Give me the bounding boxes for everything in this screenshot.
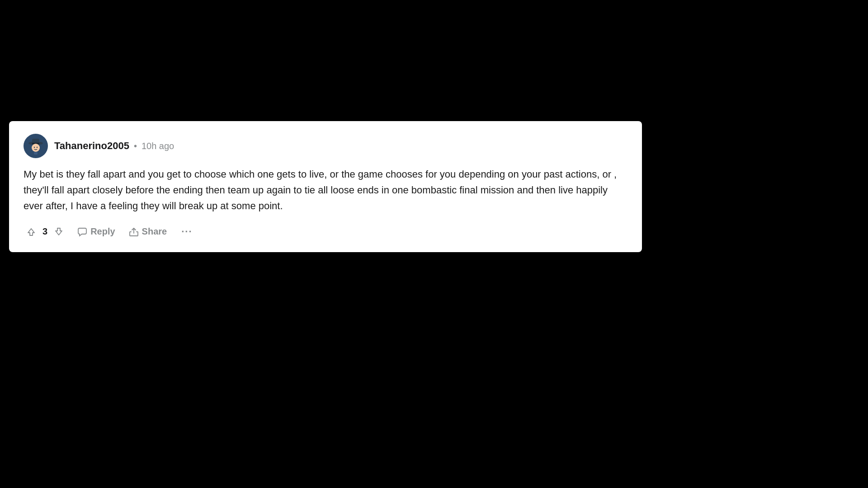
username: Tahanerino2005: [54, 140, 129, 152]
comment-body: My bet is they fall apart and you get to…: [24, 166, 627, 214]
share-button[interactable]: Share: [126, 225, 170, 239]
reply-label: Reply: [90, 226, 115, 237]
more-button[interactable]: ···: [178, 224, 196, 239]
downvote-button[interactable]: [51, 225, 66, 239]
share-icon: [129, 227, 139, 237]
avatar: [24, 134, 48, 158]
share-label: Share: [142, 226, 167, 237]
svg-point-3: [32, 144, 40, 152]
svg-point-4: [34, 147, 35, 148]
upvote-button[interactable]: [24, 225, 39, 239]
upvote-icon: [26, 227, 36, 237]
timestamp: 10h ago: [142, 141, 174, 151]
comment-actions: 3 Reply: [24, 224, 627, 239]
vote-group: 3: [24, 225, 66, 239]
reply-button[interactable]: Reply: [75, 225, 118, 239]
comment-meta: Tahanerino2005 • 10h ago: [54, 140, 174, 152]
reply-icon: [77, 227, 87, 237]
vote-count: 3: [42, 226, 47, 237]
comment-header: Tahanerino2005 • 10h ago: [24, 134, 627, 158]
comment-card: Tahanerino2005 • 10h ago My bet is they …: [9, 121, 642, 252]
separator: •: [134, 141, 137, 151]
svg-rect-6: [34, 152, 38, 155]
downvote-icon: [54, 227, 64, 237]
svg-point-5: [37, 147, 38, 148]
